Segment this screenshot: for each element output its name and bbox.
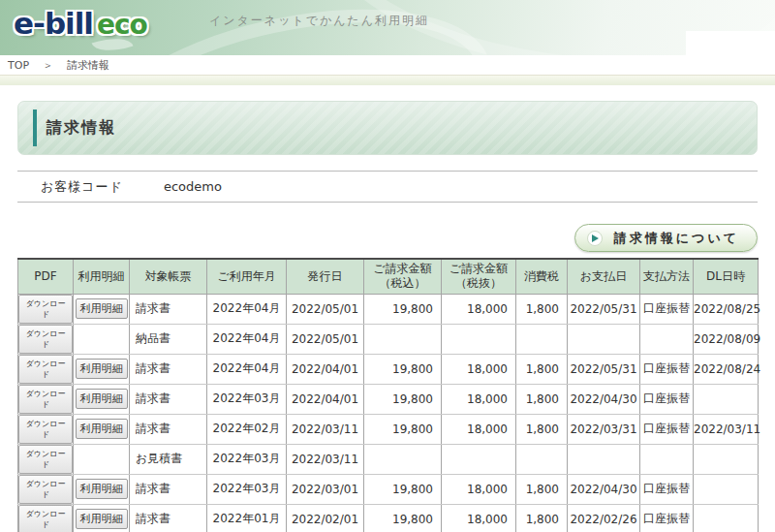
breadcrumb: TOP＞請求情報 — [0, 55, 775, 71]
cell-usage-month: 2022年03月 — [207, 474, 287, 504]
table-header-row: PDF利用明細対象帳票ご利用年月発行日ご請求金額 （税込）ご請求金額 （税抜）消… — [18, 259, 759, 294]
cell-payment-method — [640, 324, 694, 354]
page-title: 請求情報 — [46, 118, 116, 139]
download-button[interactable]: ダウンロード — [18, 475, 73, 504]
column-header: 消費税 — [516, 259, 568, 294]
cell-usage-month: 2022年02月 — [207, 414, 287, 444]
cell-issue-date: 2022/02/01 — [287, 504, 364, 532]
cell-amount-incl-tax: 19,800 — [364, 504, 442, 532]
cell-tax — [516, 324, 568, 354]
table-row: ダウンロード利用明細請求書2022年04月2022/05/0119,80018,… — [18, 294, 759, 324]
breadcrumb-top-link[interactable]: TOP — [8, 59, 29, 72]
cell-payment-due-date: 2022/02/26 — [568, 504, 640, 532]
cell-usage-month: 2022年04月 — [207, 354, 287, 384]
table-row: ダウンロード利用明細請求書2022年03月2022/03/0119,80018,… — [18, 474, 759, 504]
cell-pdf: ダウンロード — [18, 354, 74, 384]
usage-detail-button[interactable]: 利用明細 — [76, 298, 128, 319]
cell-download-datetime: 2022/08/25 — [694, 294, 759, 324]
download-button[interactable]: ダウンロード — [18, 385, 73, 414]
play-icon — [587, 231, 603, 246]
cell-amount-incl-tax: 19,800 — [364, 474, 442, 504]
top-banner: e-billeco インターネットでかんたん利用明細 — [0, 0, 775, 55]
cell-document-type: 請求書 — [130, 294, 207, 324]
cell-issue-date: 2022/03/01 — [287, 474, 364, 504]
column-header: 利用明細 — [74, 259, 130, 294]
cell-tax: 1,800 — [516, 414, 568, 444]
download-button[interactable]: ダウンロード — [18, 325, 73, 354]
cell-payment-due-date: 2022/05/31 — [568, 354, 640, 384]
cell-amount-incl-tax — [364, 444, 442, 474]
cell-payment-method: 口座振替 — [640, 354, 694, 384]
cell-usage-detail: 利用明細 — [74, 474, 130, 504]
billing-info-about-label: 請求情報について — [614, 230, 739, 247]
customer-code-label: お客様コード — [41, 178, 123, 196]
usage-detail-button[interactable]: 利用明細 — [76, 419, 128, 439]
cell-payment-method: 口座振替 — [640, 414, 694, 444]
cell-payment-method: 口座振替 — [640, 384, 694, 414]
download-button[interactable]: ダウンロード — [18, 415, 73, 444]
breadcrumb-divider-bar — [0, 75, 775, 85]
usage-detail-button[interactable]: 利用明細 — [76, 359, 128, 379]
action-row: 請求情報について — [17, 224, 758, 252]
cell-pdf: ダウンロード — [18, 324, 74, 354]
usage-detail-button[interactable]: 利用明細 — [76, 389, 128, 409]
cell-usage-month: 2022年03月 — [207, 444, 287, 474]
download-button[interactable]: ダウンロード — [18, 355, 73, 384]
cell-amount-incl-tax: 19,800 — [364, 354, 442, 384]
table-row: ダウンロードお見積書2022年03月2022/03/11 — [18, 444, 759, 474]
cell-tax: 1,800 — [516, 384, 568, 414]
cell-document-type: お見積書 — [130, 444, 207, 474]
logo-text-ebill: e-bill — [14, 6, 93, 41]
cell-download-datetime: 2022/08/09 — [694, 324, 759, 354]
cell-amount-incl-tax: 19,800 — [364, 414, 442, 444]
customer-code-section: お客様コード ecodemo — [17, 171, 758, 203]
cell-issue-date: 2022/05/01 — [287, 294, 364, 324]
cell-usage-month: 2022年01月 — [207, 504, 287, 532]
cell-pdf: ダウンロード — [18, 504, 74, 532]
cell-usage-month: 2022年03月 — [207, 384, 287, 414]
column-header: お支払日 — [568, 259, 640, 294]
cell-usage-detail: 利用明細 — [74, 414, 130, 444]
cell-usage-detail: 利用明細 — [74, 294, 130, 324]
cell-usage-month: 2022年04月 — [207, 324, 287, 354]
cell-payment-due-date — [568, 444, 640, 474]
download-button[interactable]: ダウンロード — [18, 505, 73, 532]
cell-amount-excl-tax: 18,000 — [442, 354, 516, 384]
column-header: 発行日 — [287, 259, 364, 294]
table-row: ダウンロード納品書2022年04月2022/05/012022/08/09 — [18, 324, 759, 354]
cell-payment-due-date: 2022/03/31 — [568, 414, 640, 444]
cell-payment-method: 口座振替 — [640, 474, 694, 504]
table-row: ダウンロード利用明細請求書2022年01月2022/02/0119,80018,… — [18, 504, 759, 532]
cell-document-type: 納品書 — [130, 324, 207, 354]
cell-pdf: ダウンロード — [18, 384, 74, 414]
usage-detail-button[interactable]: 利用明細 — [76, 479, 128, 499]
cell-issue-date: 2022/04/01 — [287, 354, 364, 384]
cell-usage-month: 2022年04月 — [207, 294, 287, 324]
logo-text-eco: eco — [97, 9, 147, 41]
service-tagline: インターネットでかんたん利用明細 — [209, 13, 429, 29]
cell-usage-detail — [74, 444, 130, 474]
cell-issue-date: 2022/03/11 — [287, 444, 364, 474]
cell-download-datetime — [694, 504, 759, 532]
cell-usage-detail: 利用明細 — [74, 504, 130, 532]
download-button[interactable]: ダウンロード — [18, 445, 73, 474]
usage-detail-button[interactable]: 利用明細 — [76, 509, 128, 529]
download-button[interactable]: ダウンロード — [18, 295, 73, 324]
column-header: 支払方法 — [640, 259, 694, 294]
cell-tax: 1,800 — [516, 474, 568, 504]
cell-tax: 1,800 — [516, 354, 568, 384]
customer-code-value: ecodemo — [164, 179, 222, 194]
billing-info-about-button[interactable]: 請求情報について — [574, 224, 758, 252]
header-utility-box — [686, 31, 775, 55]
cell-pdf: ダウンロード — [18, 414, 74, 444]
cell-pdf: ダウンロード — [18, 474, 74, 504]
cell-amount-incl-tax: 19,800 — [364, 384, 442, 414]
cell-usage-detail: 利用明細 — [74, 354, 130, 384]
cell-document-type: 請求書 — [130, 504, 207, 532]
cell-download-datetime — [694, 384, 759, 414]
column-header: 対象帳票 — [130, 259, 207, 294]
cell-payment-method — [640, 444, 694, 474]
cell-download-datetime — [694, 474, 759, 504]
cell-payment-due-date — [568, 324, 640, 354]
cell-payment-due-date: 2022/04/30 — [568, 384, 640, 414]
